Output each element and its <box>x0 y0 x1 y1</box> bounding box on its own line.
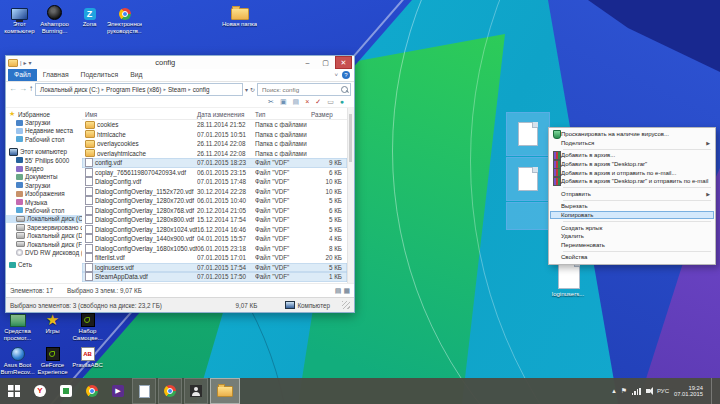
paste-icon[interactable]: ▤ <box>293 97 300 106</box>
breadcrumb-segment[interactable]: config <box>193 86 210 93</box>
desktop-icon-computer[interactable]: Этот компьютер <box>2 3 37 34</box>
menu-item[interactable]: Добавить в архив "Desktop.rar" и отправи… <box>550 177 714 186</box>
file-row[interactable]: DialogConfigOverlay_1152x720.vdf30.12.20… <box>82 187 347 197</box>
file-row[interactable]: DialogConfigOverlay_1680x1050.vdf06.01.2… <box>82 244 347 254</box>
chrome-browser[interactable] <box>80 378 104 404</box>
file-row[interactable]: overlayhtmlcache26.11.2014 22:08Папка с … <box>82 149 347 159</box>
sidebar-item[interactable]: Рабочий стол <box>6 206 82 214</box>
selected-desktop-file[interactable] <box>506 202 550 230</box>
sidebar-item[interactable]: Зарезервировано с <box>6 223 82 231</box>
start-button[interactable] <box>2 378 26 404</box>
close-button[interactable]: ✕ <box>335 56 352 69</box>
copy-icon[interactable]: ▣ <box>280 97 287 106</box>
desktop-icon-folder[interactable]: Новая папка <box>222 3 257 28</box>
desktop-icon-star[interactable]: ★Игры <box>35 310 70 341</box>
volume-icon[interactable] <box>646 389 650 393</box>
file-row[interactable]: DialogConfig.vdf07.01.2015 17:48Файл "VD… <box>82 177 347 187</box>
selected-desktop-file[interactable] <box>506 112 550 156</box>
rename-icon[interactable]: ▭ <box>327 97 334 106</box>
column-header[interactable]: Размер <box>311 111 347 118</box>
delete-icon[interactable]: × <box>305 97 309 106</box>
sidebar-item[interactable]: Рабочий стол <box>6 135 82 143</box>
desktop-icon-ashampoo[interactable]: Ashampoo Burning... <box>37 3 72 34</box>
sidebar-item[interactable]: Локальный диск (F: <box>6 240 82 248</box>
tab-Файл[interactable]: Файл <box>8 69 37 81</box>
tray-expand-icon[interactable]: ▴ <box>612 386 616 396</box>
chrome-window[interactable] <box>158 378 182 404</box>
sidebar-item[interactable]: Недавние места <box>6 127 82 135</box>
confirm-icon[interactable]: ✓ <box>315 97 321 106</box>
network-icon[interactable] <box>632 388 641 395</box>
document-window[interactable] <box>132 378 156 404</box>
media-app[interactable]: ▶ <box>106 378 130 404</box>
file-row[interactable]: htmlcache07.01.2015 10:51Папка с файлами <box>82 130 347 140</box>
desktop-icon-viewer[interactable]: Средства просмот... <box>0 310 35 341</box>
column-header[interactable]: Тип <box>255 111 311 118</box>
vertical-scrollbar[interactable] <box>347 108 354 283</box>
up-button[interactable]: ↑ <box>29 84 33 94</box>
minimize-button[interactable]: – <box>299 56 316 69</box>
column-header[interactable]: Имя <box>85 111 197 118</box>
ribbon-collapse-chevron-icon[interactable]: ˅ <box>334 72 338 78</box>
sidebar-item[interactable]: Документы <box>6 173 82 181</box>
file-row[interactable]: DialogConfigOverlay_1280x800.vdf15.12.20… <box>82 215 347 225</box>
large-icons-view-icon[interactable]: ▦ <box>343 287 350 295</box>
file-row[interactable]: cookies28.11.2014 21:52Папка с файлами <box>82 120 347 130</box>
desktop-file-icon[interactable] <box>558 261 580 289</box>
sidebar-item[interactable]: 55' Philips 6000 <box>6 156 82 164</box>
column-headers[interactable]: ИмяДата измененияТипРазмер <box>82 109 347 120</box>
clock[interactable]: 19:24 07.01.2015 <box>674 385 703 398</box>
resize-grip[interactable] <box>342 301 350 309</box>
sidebar-item[interactable]: ★Избранное <box>6 110 82 118</box>
file-row[interactable]: config.vdf07.01.2015 18:23Файл "VDF"9 КБ <box>82 158 347 168</box>
tab-Главная[interactable]: Главная <box>37 69 75 81</box>
sidebar-item[interactable]: Этот компьютер <box>6 148 82 156</box>
sidebar-item[interactable]: Загрузки <box>6 118 82 126</box>
sidebar-item[interactable]: Локальный диск (D: <box>6 231 82 239</box>
cut-icon[interactable]: ✂ <box>268 97 274 106</box>
desktop-icon-abc[interactable]: ABPravilaABC <box>70 344 105 375</box>
back-button[interactable]: ← <box>9 84 17 94</box>
desktop-icon-chrome[interactable]: Электронное руководств... <box>107 3 142 34</box>
sidebar-item[interactable]: Изображения <box>6 190 82 198</box>
photos-app[interactable] <box>184 378 208 404</box>
sidebar-item[interactable]: Локальный диск (C: <box>6 215 82 223</box>
selected-desktop-file[interactable] <box>506 157 550 201</box>
file-row[interactable]: loginusers.vdf07.01.2015 17:54Файл "VDF"… <box>82 263 347 273</box>
search-input[interactable] <box>260 85 341 94</box>
menu-item[interactable]: Переименовать <box>550 241 714 250</box>
explorer-window[interactable] <box>210 378 240 404</box>
details-view-icon[interactable]: ▤ <box>335 287 342 295</box>
file-row[interactable]: coplay_76561198070420934.vdf06.01.2015 2… <box>82 168 347 178</box>
menu-item[interactable]: Добавить в архив и отправить по e-mail..… <box>550 168 714 177</box>
tab-Вид[interactable]: Вид <box>124 69 148 81</box>
file-row[interactable]: DialogConfigOverlay_1440x900.vdf04.01.20… <box>82 234 347 244</box>
menu-item[interactable]: Добавить в архив... <box>550 151 714 160</box>
sidebar-item[interactable]: Загрузки <box>6 181 82 189</box>
forward-button[interactable]: → <box>19 84 27 94</box>
yandex-browser[interactable]: Y <box>28 378 52 404</box>
file-row[interactable]: DialogConfigOverlay_1280x720.vdf06.01.20… <box>82 196 347 206</box>
desktop-icon-globe[interactable]: Asus Boot BurnRecov... <box>0 344 35 375</box>
file-row[interactable]: filterlist.vdf07.01.2015 17:01Файл "VDF"… <box>82 253 347 263</box>
sidebar-item[interactable]: DVD RW дисковод ( <box>6 248 82 256</box>
sidebar-item[interactable]: Видео <box>6 164 82 172</box>
qat-up-icon[interactable]: ▸ <box>24 59 27 66</box>
menu-item[interactable]: Просканировать на наличие вирусов... <box>550 130 714 139</box>
breadcrumb-segment[interactable]: Локальный диск (C:) <box>40 86 100 93</box>
breadcrumb[interactable]: Локальный диск (C:)▸Program Files (x86)▸… <box>35 83 243 96</box>
file-row[interactable]: DialogConfigOverlay_1280x1024.vdf16.12.2… <box>82 225 347 235</box>
file-row[interactable]: overlaycookies26.11.2014 22:08Папка с фа… <box>82 139 347 149</box>
menu-item[interactable]: Создать ярлык <box>550 223 714 232</box>
show-desktop-button[interactable] <box>711 378 716 404</box>
file-row[interactable]: DialogConfigOverlay_1280x768.vdf20.12.20… <box>82 206 347 216</box>
menu-item[interactable]: Вырезать <box>550 202 714 211</box>
desktop-file-label[interactable]: loginusers... <box>540 291 596 297</box>
address-dropdown-icon[interactable]: ▾ <box>245 86 248 93</box>
menu-item[interactable]: Копировать <box>550 211 714 220</box>
language-indicator[interactable]: РУС <box>657 388 669 394</box>
sidebar-item[interactable]: Музыка <box>6 198 82 206</box>
desktop-icon-zona[interactable]: ZZona <box>72 3 107 34</box>
menu-item[interactable]: Поделиться▶ <box>550 139 714 148</box>
maximize-button[interactable]: ▢ <box>317 56 334 69</box>
